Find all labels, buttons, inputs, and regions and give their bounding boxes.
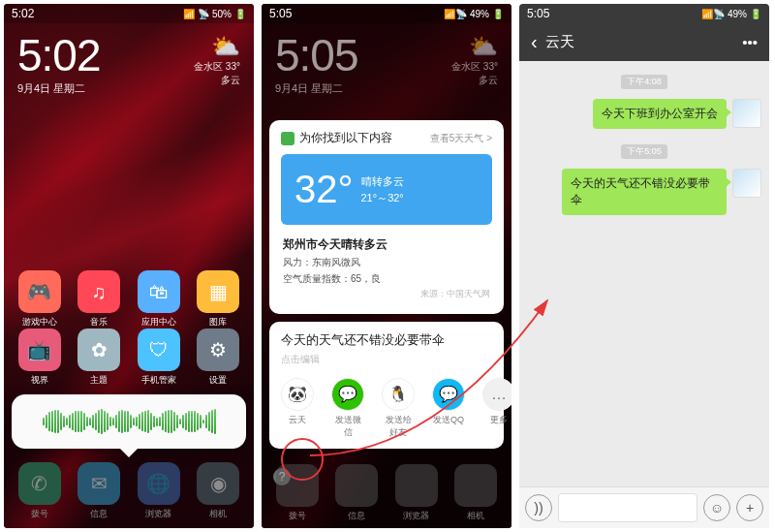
chat-body[interactable]: 下午4:08 今天下班到办公室开会 下午5:05 今天的天气还不错没必要带伞 [519, 61, 769, 486]
edit-hint[interactable]: 点击编辑 [281, 353, 492, 366]
app-音乐[interactable]: ♫音乐 [70, 270, 130, 329]
text-input[interactable] [558, 493, 698, 522]
battery-pct: 50% [212, 9, 232, 19]
app-主题[interactable]: ✿主题 [70, 329, 130, 387]
clock-date: 9月4日 星期二 [275, 81, 358, 96]
message-bubble: 今天下班到办公室开会 [593, 99, 727, 129]
voice-input-panel[interactable] [12, 394, 246, 449]
app-设置[interactable]: ⚙设置 [189, 329, 249, 387]
more-button[interactable]: ••• [742, 34, 758, 50]
message-bubble: 今天的天气还不错没必要带伞 [562, 169, 727, 215]
temperature: 32° [294, 168, 354, 211]
add-button[interactable]: + [736, 494, 763, 521]
app-拨号[interactable]: ✆拨号 [18, 462, 61, 520]
app-游戏中心[interactable]: 🎮游戏中心 [10, 270, 70, 329]
dock: ✆拨号✉信息🌐浏览器◉相机 [4, 456, 254, 528]
status-bar: 5:02 📶 📡 50%🔋 [4, 4, 254, 23]
screen-chat: 5:05 📶📡49%🔋 ‹ 云天 ••• 下午4:08 今天下班到办公室开会 下… [519, 4, 769, 528]
clock-widget[interactable]: 5:02 9月4日 星期二 ⛅ 金水区 33° 多云 [4, 23, 254, 96]
weather-source: 来源：中国天气网 [283, 287, 490, 301]
weather-card[interactable]: 为你找到以下内容 查看5天天气 > 32° 晴转多云 21°～32° 郑州市今天… [269, 120, 504, 314]
app-浏览器: 浏览器 [395, 464, 438, 522]
message-row[interactable]: 今天的天气还不错没必要带伞 [527, 169, 761, 215]
screen-assistant: 5:05 📶📡49%🔋 5:05 9月4日 星期二 ⛅ 金水区 33° 多云 为… [262, 4, 512, 528]
app-浏览器[interactable]: 🌐浏览器 [138, 462, 180, 520]
avatar[interactable] [732, 99, 761, 128]
emoji-button[interactable]: ☺ [703, 494, 730, 521]
app-应用中心[interactable]: 🛍应用中心 [129, 270, 189, 329]
source-icon [281, 132, 294, 145]
timestamp: 下午5:05 [621, 144, 667, 159]
clock-time: 5:05 [275, 33, 358, 78]
weather-mini[interactable]: ⛅ 金水区 33° 多云 [194, 33, 240, 87]
back-button[interactable]: ‹ [531, 31, 538, 53]
weather-mini: ⛅ 金水区 33° 多云 [451, 33, 498, 87]
voice-text: 今天的天气还不错没必要带伞 [281, 331, 492, 349]
avatar[interactable] [732, 169, 761, 198]
share-更多[interactable]: …更多 [482, 378, 512, 439]
wifi-icon: 📶📡 [701, 9, 725, 19]
app-信息[interactable]: ✉信息 [78, 462, 120, 520]
card-title: 为你找到以下内容 [299, 130, 392, 146]
wifi-icon: 📶📡 [444, 9, 467, 19]
message-row[interactable]: 今天下班到办公室开会 [527, 99, 761, 129]
clock-time: 5:02 [17, 33, 101, 78]
status-time: 5:02 [12, 7, 34, 20]
share-发送给好友[interactable]: 🐧发送给好友 [382, 378, 415, 439]
app-信息: 信息 [335, 464, 378, 522]
app-手机管家[interactable]: 🛡手机管家 [129, 329, 189, 387]
timestamp: 下午4:08 [621, 75, 667, 89]
voice-message-card[interactable]: 今天的天气还不错没必要带伞 点击编辑 🐼云天💬发送微信🐧发送给好友💬发送QQ…更… [269, 322, 504, 449]
voice-button[interactable]: )) [525, 494, 552, 521]
chat-title: 云天 [545, 33, 574, 51]
weather-title: 郑州市今天晴转多云 [283, 237, 388, 251]
share-云天[interactable]: 🐼云天 [281, 378, 314, 439]
app-图库[interactable]: ▦图库 [189, 270, 249, 329]
status-time: 5:05 [527, 7, 549, 20]
see-more-link[interactable]: 查看5天天气 > [430, 132, 492, 145]
clock-date: 9月4日 星期二 [17, 81, 101, 96]
chat-input-bar: )) ☺ + [519, 486, 769, 528]
share-发送QQ[interactable]: 💬发送QQ [432, 378, 465, 439]
wifi-icon: 📡 [198, 9, 209, 19]
share-发送微信[interactable]: 💬发送微信 [331, 378, 364, 439]
signal-icon: 📶 [183, 9, 195, 19]
chat-header: ‹ 云天 ••• [519, 23, 769, 61]
app-相机[interactable]: ◉相机 [197, 462, 239, 520]
weather-icon: ⛅ [194, 33, 240, 60]
status-time: 5:05 [269, 7, 292, 20]
app-相机: 相机 [454, 464, 497, 522]
app-拨号: 拨号 [276, 464, 319, 522]
app-视界[interactable]: 📺视界 [10, 329, 70, 387]
screen-home: 5:02 📶 📡 50%🔋 5:02 9月4日 星期二 ⛅ 金水区 33° [4, 4, 254, 528]
